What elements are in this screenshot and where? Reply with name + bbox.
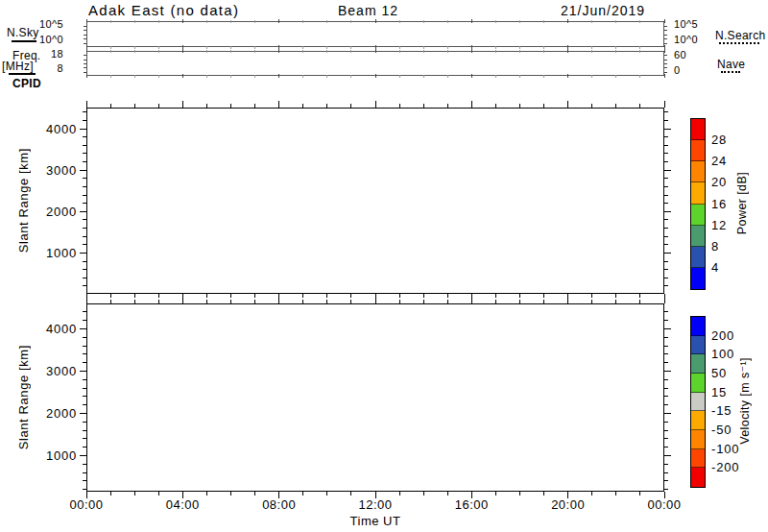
x-tick <box>350 46 351 49</box>
x-tick <box>399 46 400 49</box>
y-tick-label: 1000 <box>33 245 77 259</box>
x-tick <box>423 50 424 53</box>
x-tick <box>591 75 592 78</box>
x-tick <box>182 19 183 23</box>
x-tick <box>495 294 496 298</box>
y-tick <box>664 219 668 220</box>
x-tick <box>423 294 424 298</box>
nsearch-label: N.Search <box>715 29 765 42</box>
y-tick <box>664 362 668 363</box>
x-tick <box>302 104 303 108</box>
y-tick <box>664 244 668 245</box>
y-tick <box>664 404 668 405</box>
y-tick <box>83 153 86 154</box>
y-tick <box>664 120 668 121</box>
x-tick <box>543 104 544 108</box>
x-tick <box>158 300 159 303</box>
x-tick <box>399 294 400 298</box>
x-tick <box>326 75 327 78</box>
x-tick <box>639 75 640 78</box>
x-tick <box>110 104 111 108</box>
cpid-label: CPID <box>12 77 41 90</box>
x-tick <box>158 46 159 49</box>
x-tick <box>495 50 496 53</box>
x-tick <box>230 50 231 53</box>
y-tick <box>84 72 86 73</box>
freq-right-tick-top: 60 <box>674 49 686 60</box>
y-tick <box>664 285 668 286</box>
x-tick <box>664 297 665 303</box>
beam-label: Beam 12 <box>338 3 398 18</box>
x-tick-label: 08:00 <box>251 497 308 512</box>
y-tick <box>84 26 86 27</box>
y-tick <box>83 430 86 431</box>
x-tick <box>158 20 159 23</box>
x-tick <box>447 50 448 53</box>
colorbar-segment <box>691 411 705 430</box>
y-tick <box>84 38 86 39</box>
y-tick <box>664 161 668 162</box>
x-tick <box>591 492 592 496</box>
x-tick <box>615 20 616 23</box>
y-tick <box>83 236 86 237</box>
y-tick <box>664 203 668 204</box>
y-tick <box>664 396 668 397</box>
y-tick <box>83 464 86 465</box>
y-tick <box>84 30 86 31</box>
x-tick <box>519 20 520 23</box>
y-tick <box>664 346 668 347</box>
x-tick <box>350 492 351 496</box>
colorbar-label: 24 <box>711 154 727 168</box>
x-tick <box>254 492 255 496</box>
x-tick <box>206 20 207 23</box>
y-tick <box>664 228 668 229</box>
colorbar-label: 100 <box>711 347 734 361</box>
x-tick <box>326 20 327 23</box>
power-panel <box>86 108 664 294</box>
x-tick <box>134 46 135 49</box>
nsky-tick-bottom: 10^0 <box>29 34 63 45</box>
velocity-yaxis-title: Slant Range [km] <box>16 345 31 449</box>
y-tick-label: 4000 <box>33 322 77 336</box>
x-tick <box>350 75 351 78</box>
x-tick <box>543 300 544 303</box>
colorbar-label: 50 <box>711 366 727 380</box>
y-tick <box>664 455 671 456</box>
y-tick-label: 1000 <box>33 448 77 463</box>
colorbar-segment <box>691 205 705 226</box>
y-tick <box>84 43 86 44</box>
x-tick <box>447 294 448 298</box>
colorbar-label: 15 <box>711 384 727 399</box>
x-tick <box>495 492 496 496</box>
y-tick <box>83 379 86 380</box>
x-tick <box>230 492 231 496</box>
x-tick <box>639 46 640 49</box>
x-tick <box>134 300 135 303</box>
y-tick <box>83 178 86 179</box>
x-tick <box>591 294 592 298</box>
y-tick <box>80 211 86 212</box>
x-tick <box>206 75 207 78</box>
x-tick <box>591 46 592 49</box>
x-tick <box>302 492 303 496</box>
y-tick <box>664 178 668 179</box>
y-tick <box>664 388 668 389</box>
x-tick <box>326 300 327 303</box>
y-tick <box>664 269 668 270</box>
x-tick <box>86 19 87 23</box>
x-tick <box>639 492 640 496</box>
x-tick <box>471 74 472 78</box>
x-tick <box>254 20 255 23</box>
y-tick <box>664 278 668 278</box>
y-tick <box>83 472 86 473</box>
x-tick <box>326 104 327 108</box>
x-tick <box>350 294 351 298</box>
x-tick <box>519 50 520 53</box>
y-tick <box>83 422 86 423</box>
x-tick <box>158 492 159 496</box>
x-tick <box>254 104 255 108</box>
x-tick <box>375 19 376 23</box>
y-tick <box>664 111 668 112</box>
y-tick <box>83 269 86 270</box>
y-tick-label: 3000 <box>33 162 77 177</box>
